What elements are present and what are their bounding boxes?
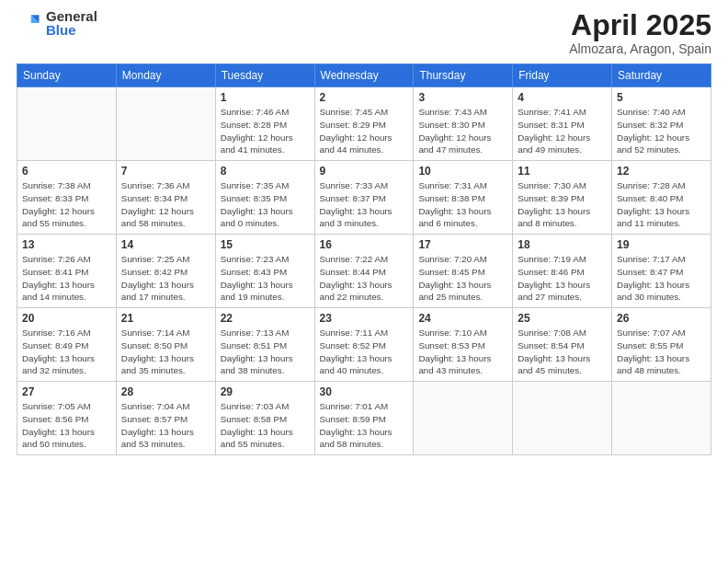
day-number: 29: [221, 385, 310, 398]
day-number: 4: [518, 91, 607, 104]
day-number: 1: [221, 91, 310, 104]
logo-text: General Blue: [46, 9, 97, 37]
day-detail: Sunrise: 7:01 AMSunset: 8:59 PMDaylight:…: [320, 400, 409, 451]
table-row: 10Sunrise: 7:31 AMSunset: 8:38 PMDayligh…: [414, 161, 513, 235]
table-row: 22Sunrise: 7:13 AMSunset: 8:51 PMDayligh…: [215, 308, 314, 382]
calendar-title: April 2025: [569, 9, 711, 41]
day-detail: Sunrise: 7:33 AMSunset: 8:37 PMDaylight:…: [320, 179, 409, 230]
logo: General Blue: [17, 9, 97, 37]
day-detail: Sunrise: 7:20 AMSunset: 8:45 PMDaylight:…: [418, 253, 507, 304]
table-row: 1Sunrise: 7:46 AMSunset: 8:28 PMDaylight…: [215, 87, 314, 161]
table-row: 26Sunrise: 7:07 AMSunset: 8:55 PMDayligh…: [612, 308, 711, 382]
day-number: 8: [221, 165, 310, 178]
day-detail: Sunrise: 7:23 AMSunset: 8:43 PMDaylight:…: [221, 253, 310, 304]
day-number: 27: [22, 385, 111, 398]
calendar-table: Sunday Monday Tuesday Wednesday Thursday…: [17, 63, 711, 455]
table-row: 20Sunrise: 7:16 AMSunset: 8:49 PMDayligh…: [17, 308, 117, 382]
day-detail: Sunrise: 7:43 AMSunset: 8:30 PMDaylight:…: [418, 106, 507, 156]
day-detail: Sunrise: 7:28 AMSunset: 8:40 PMDaylight:…: [617, 179, 706, 230]
header-saturday: Saturday: [612, 64, 711, 87]
table-row: 7Sunrise: 7:36 AMSunset: 8:34 PMDaylight…: [116, 161, 215, 235]
day-number: 11: [518, 165, 607, 178]
day-detail: Sunrise: 7:19 AMSunset: 8:46 PMDaylight:…: [518, 253, 607, 304]
day-number: 10: [418, 165, 507, 178]
day-detail: Sunrise: 7:04 AMSunset: 8:57 PMDaylight:…: [121, 400, 210, 451]
day-number: 22: [221, 312, 310, 325]
day-detail: Sunrise: 7:10 AMSunset: 8:53 PMDaylight:…: [418, 327, 507, 377]
day-number: 25: [518, 312, 607, 325]
table-row: 21Sunrise: 7:14 AMSunset: 8:50 PMDayligh…: [116, 308, 215, 382]
table-row: 14Sunrise: 7:25 AMSunset: 8:42 PMDayligh…: [116, 235, 215, 308]
day-detail: Sunrise: 7:14 AMSunset: 8:50 PMDaylight:…: [121, 327, 210, 377]
day-detail: Sunrise: 7:07 AMSunset: 8:55 PMDaylight:…: [617, 327, 706, 377]
day-number: 20: [22, 312, 111, 325]
day-number: 13: [22, 238, 111, 251]
day-number: 19: [617, 238, 706, 251]
logo-general: General: [46, 9, 97, 23]
table-row: 30Sunrise: 7:01 AMSunset: 8:59 PMDayligh…: [314, 382, 414, 455]
header-sunday: Sunday: [17, 64, 117, 87]
day-detail: Sunrise: 7:17 AMSunset: 8:47 PMDaylight:…: [617, 253, 706, 304]
table-row: 24Sunrise: 7:10 AMSunset: 8:53 PMDayligh…: [414, 308, 513, 382]
day-number: 16: [320, 238, 409, 251]
day-number: 14: [121, 238, 210, 251]
day-detail: Sunrise: 7:11 AMSunset: 8:52 PMDaylight:…: [320, 327, 409, 377]
table-row: 19Sunrise: 7:17 AMSunset: 8:47 PMDayligh…: [612, 235, 711, 308]
calendar-subtitle: Almozara, Aragon, Spain: [569, 41, 711, 56]
table-row: [414, 382, 513, 455]
table-row: [612, 382, 711, 455]
day-detail: Sunrise: 7:46 AMSunset: 8:28 PMDaylight:…: [221, 106, 310, 156]
day-detail: Sunrise: 7:30 AMSunset: 8:39 PMDaylight:…: [518, 179, 607, 230]
logo-icon: [17, 10, 42, 36]
table-row: 17Sunrise: 7:20 AMSunset: 8:45 PMDayligh…: [414, 235, 513, 308]
day-detail: Sunrise: 7:26 AMSunset: 8:41 PMDaylight:…: [22, 253, 111, 304]
day-number: 3: [418, 91, 507, 104]
table-row: 9Sunrise: 7:33 AMSunset: 8:37 PMDaylight…: [314, 161, 414, 235]
day-number: 26: [617, 312, 706, 325]
title-block: April 2025 Almozara, Aragon, Spain: [569, 9, 711, 56]
day-number: 17: [418, 238, 507, 251]
day-detail: Sunrise: 7:36 AMSunset: 8:34 PMDaylight:…: [121, 179, 210, 230]
day-number: 7: [121, 165, 210, 178]
day-detail: Sunrise: 7:41 AMSunset: 8:31 PMDaylight:…: [518, 106, 607, 156]
table-row: [513, 382, 612, 455]
logo-blue: Blue: [46, 23, 97, 37]
table-row: 12Sunrise: 7:28 AMSunset: 8:40 PMDayligh…: [612, 161, 711, 235]
day-number: 23: [320, 312, 409, 325]
table-row: 28Sunrise: 7:04 AMSunset: 8:57 PMDayligh…: [116, 382, 215, 455]
day-detail: Sunrise: 7:03 AMSunset: 8:58 PMDaylight:…: [221, 400, 310, 451]
table-row: 4Sunrise: 7:41 AMSunset: 8:31 PMDaylight…: [513, 87, 612, 161]
table-row: 18Sunrise: 7:19 AMSunset: 8:46 PMDayligh…: [513, 235, 612, 308]
header-friday: Friday: [513, 64, 612, 87]
day-detail: Sunrise: 7:22 AMSunset: 8:44 PMDaylight:…: [320, 253, 409, 304]
table-row: 13Sunrise: 7:26 AMSunset: 8:41 PMDayligh…: [17, 235, 117, 308]
table-row: 29Sunrise: 7:03 AMSunset: 8:58 PMDayligh…: [215, 382, 314, 455]
table-row: 25Sunrise: 7:08 AMSunset: 8:54 PMDayligh…: [513, 308, 612, 382]
day-detail: Sunrise: 7:08 AMSunset: 8:54 PMDaylight:…: [518, 327, 607, 377]
header-tuesday: Tuesday: [215, 64, 314, 87]
day-number: 30: [320, 385, 409, 398]
day-number: 28: [121, 385, 210, 398]
table-row: 16Sunrise: 7:22 AMSunset: 8:44 PMDayligh…: [314, 235, 414, 308]
page-header: General Blue April 2025 Almozara, Aragon…: [17, 9, 711, 56]
table-row: 3Sunrise: 7:43 AMSunset: 8:30 PMDaylight…: [414, 87, 513, 161]
day-detail: Sunrise: 7:13 AMSunset: 8:51 PMDaylight:…: [221, 327, 310, 377]
day-number: 21: [121, 312, 210, 325]
table-row: 8Sunrise: 7:35 AMSunset: 8:35 PMDaylight…: [215, 161, 314, 235]
day-number: 5: [617, 91, 706, 104]
day-detail: Sunrise: 7:16 AMSunset: 8:49 PMDaylight:…: [22, 327, 111, 377]
day-detail: Sunrise: 7:45 AMSunset: 8:29 PMDaylight:…: [320, 106, 409, 156]
day-detail: Sunrise: 7:31 AMSunset: 8:38 PMDaylight:…: [418, 179, 507, 230]
day-detail: Sunrise: 7:38 AMSunset: 8:33 PMDaylight:…: [22, 179, 111, 230]
table-row: 23Sunrise: 7:11 AMSunset: 8:52 PMDayligh…: [314, 308, 414, 382]
day-detail: Sunrise: 7:05 AMSunset: 8:56 PMDaylight:…: [22, 400, 111, 451]
day-number: 2: [320, 91, 409, 104]
header-monday: Monday: [116, 64, 215, 87]
day-detail: Sunrise: 7:35 AMSunset: 8:35 PMDaylight:…: [221, 179, 310, 230]
day-number: 24: [418, 312, 507, 325]
header-wednesday: Wednesday: [314, 64, 414, 87]
table-row: [17, 87, 117, 161]
day-number: 9: [320, 165, 409, 178]
table-row: 2Sunrise: 7:45 AMSunset: 8:29 PMDaylight…: [314, 87, 414, 161]
day-number: 12: [617, 165, 706, 178]
